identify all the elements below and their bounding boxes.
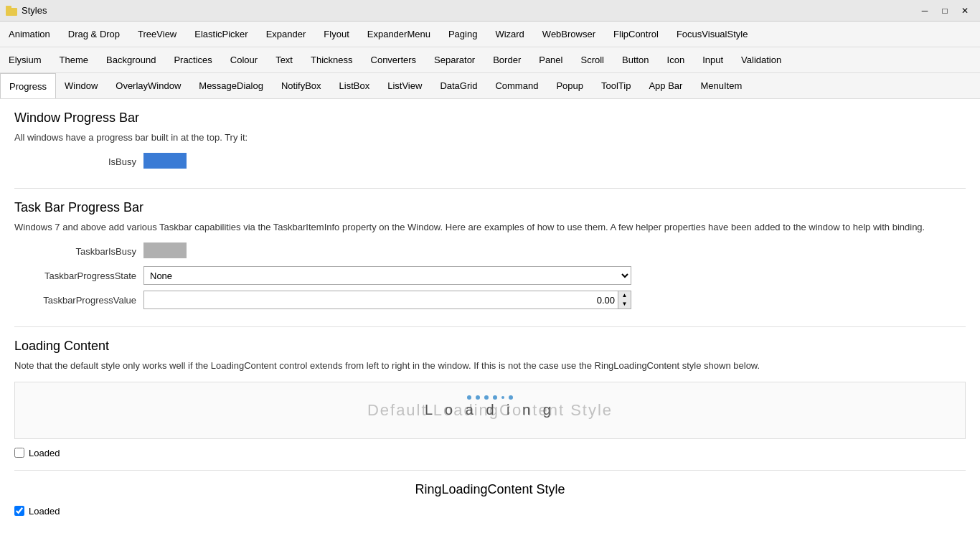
taskbarisbusy-toggle[interactable] xyxy=(143,242,187,258)
taskbarprogressstate-row: TaskbarProgressState NoneNormalPausedErr… xyxy=(14,266,966,285)
nav-item-separator[interactable]: Separator xyxy=(425,47,484,72)
nav-item-animation[interactable]: Animation xyxy=(0,22,60,47)
window-progress-section: Window Progress Bar All windows have a p… xyxy=(14,110,966,171)
taskbarprogressvalue-row: TaskbarProgressValue ▲ ▼ xyxy=(14,291,966,309)
nav-item-thickness[interactable]: Thickness xyxy=(302,47,362,72)
nav-item-appbar[interactable]: App Bar xyxy=(640,73,692,98)
nav-item-dragdrop[interactable]: Drag & Drop xyxy=(60,22,129,47)
loaded-checkbox-row-1: Loaded xyxy=(14,448,966,458)
isbusy-control xyxy=(143,153,631,171)
nav-item-icon[interactable]: Icon xyxy=(659,47,694,72)
nav-item-tooltip[interactable]: ToolTip xyxy=(593,73,640,98)
nav-item-listbox[interactable]: ListBox xyxy=(331,73,380,98)
main-content: Window Progress Bar All windows have a p… xyxy=(0,99,980,551)
taskbarprogressstate-select[interactable]: NoneNormalPausedErrorIndeterminate xyxy=(143,266,631,285)
titlebar-left: Styles xyxy=(6,5,47,16)
nav-item-flyout[interactable]: Flyout xyxy=(315,22,358,47)
nav-row-3: ProgressWindowOverlayWindowMessageDialog… xyxy=(0,73,980,99)
spin-buttons: ▲ ▼ xyxy=(618,291,631,309)
minimize-button[interactable]: ─ xyxy=(915,3,934,19)
nav-item-elasticpicker[interactable]: ElasticPicker xyxy=(186,22,257,47)
taskbarprogressvalue-control: ▲ ▼ xyxy=(143,291,631,309)
loaded-checkbox-row-2: Loaded xyxy=(14,506,966,517)
nav-item-converters[interactable]: Converters xyxy=(362,47,426,72)
loading-content-desc: Note that the default style only works w… xyxy=(14,359,966,372)
nav-item-theme[interactable]: Theme xyxy=(51,47,98,72)
nav-item-window[interactable]: Window xyxy=(56,73,107,98)
nav-item-focusvisualstyle[interactable]: FocusVisualStyle xyxy=(668,22,757,47)
taskbarprogressvalue-input[interactable] xyxy=(144,291,618,309)
loaded-label-1[interactable]: Loaded xyxy=(29,448,60,458)
nav-item-notifybox[interactable]: NotifyBox xyxy=(273,73,331,98)
nav-row-2: ElysiumThemeBackgroundPracticesColourTex… xyxy=(0,47,980,73)
nav-item-validation[interactable]: Validation xyxy=(732,47,791,72)
nav-item-colour[interactable]: Colour xyxy=(222,47,267,72)
nav-item-input[interactable]: Input xyxy=(694,47,732,72)
dot-5 xyxy=(501,396,504,399)
taskbarprogressvalue-wrapper: ▲ ▼ xyxy=(143,291,631,309)
spin-up-button[interactable]: ▲ xyxy=(618,291,631,300)
nav-item-elysium[interactable]: Elysium xyxy=(0,47,51,72)
nav-item-listview[interactable]: ListView xyxy=(379,73,431,98)
taskbarprogressstate-control: NoneNormalPausedErrorIndeterminate xyxy=(143,266,631,285)
nav-item-panel[interactable]: Panel xyxy=(530,47,572,72)
titlebar-controls: ─ □ ✕ xyxy=(915,3,974,19)
folder-icon xyxy=(6,6,17,16)
nav-item-webbrowser[interactable]: WebBrowser xyxy=(534,22,605,47)
taskbar-title: Task Bar Progress Bar xyxy=(14,200,966,215)
ring-loading-title: RingLoadingContent Style xyxy=(14,482,966,497)
loading-content-title: Loading Content xyxy=(14,339,966,354)
divider-1 xyxy=(14,188,966,189)
loading-animated-text: L o a d i n g xyxy=(425,402,555,418)
dot-6 xyxy=(509,395,513,400)
taskbarisbusy-row: TaskbarIsBusy xyxy=(14,242,966,260)
nav-item-datagrid[interactable]: DataGrid xyxy=(431,73,486,98)
dot-2 xyxy=(476,395,480,400)
taskbar-desc: Windows 7 and above add various Taskbar … xyxy=(14,221,966,234)
nav-item-popup[interactable]: Popup xyxy=(547,73,593,98)
isbusy-label: IsBusy xyxy=(14,156,143,167)
nav-item-treeview[interactable]: TreeView xyxy=(129,22,186,47)
taskbarprogressvalue-label: TaskbarProgressValue xyxy=(14,295,143,306)
isbusy-toggle[interactable] xyxy=(143,153,187,169)
titlebar-title: Styles xyxy=(22,5,47,16)
dot-4 xyxy=(493,395,497,400)
nav-row-1: AnimationDrag & DropTreeViewElasticPicke… xyxy=(0,22,980,47)
nav-item-command[interactable]: Command xyxy=(486,73,547,98)
divider-3 xyxy=(14,470,966,471)
nav-item-progress[interactable]: Progress xyxy=(0,73,56,99)
nav-item-flipcontrol[interactable]: FlipControl xyxy=(605,22,668,47)
titlebar: Styles ─ □ ✕ xyxy=(0,0,980,22)
nav-item-messagedialog[interactable]: MessageDialog xyxy=(190,73,273,98)
window-progress-title: Window Progress Bar xyxy=(14,110,966,126)
nav-item-menuitem[interactable]: MenuItem xyxy=(692,73,751,98)
close-button[interactable]: ✕ xyxy=(956,3,974,19)
taskbarprogressstate-label: TaskbarProgressState xyxy=(14,270,143,281)
nav-item-expander[interactable]: Expander xyxy=(258,22,316,47)
taskbar-section: Task Bar Progress Bar Windows 7 and abov… xyxy=(14,200,966,309)
loading-content-section: Loading Content Note that the default st… xyxy=(14,339,966,516)
nav-item-button[interactable]: Button xyxy=(613,47,659,72)
window-progress-desc: All windows have a progress bar built in… xyxy=(14,131,966,144)
nav-item-expandermenu[interactable]: ExpanderMenu xyxy=(359,22,440,47)
spin-down-button[interactable]: ▼ xyxy=(618,300,631,309)
loaded-checkbox-2[interactable] xyxy=(14,506,24,516)
nav-item-paging[interactable]: Paging xyxy=(440,22,486,47)
dot-3 xyxy=(484,395,489,400)
nav-item-background[interactable]: Background xyxy=(98,47,165,72)
nav-item-border[interactable]: Border xyxy=(484,47,530,72)
loaded-checkbox-1[interactable] xyxy=(14,448,24,458)
dot-1 xyxy=(467,395,471,400)
default-loading-area: Default LoadingContent Style L o a d i n… xyxy=(14,382,966,439)
loading-dots xyxy=(467,395,513,400)
taskbarisbusy-label: TaskbarIsBusy xyxy=(14,246,143,257)
loaded-label-2[interactable]: Loaded xyxy=(29,506,60,517)
nav-item-scroll[interactable]: Scroll xyxy=(572,47,613,72)
taskbarisbusy-control xyxy=(143,242,631,260)
restore-button[interactable]: □ xyxy=(936,3,954,19)
nav-item-text[interactable]: Text xyxy=(267,47,302,72)
nav-item-wizard[interactable]: Wizard xyxy=(486,22,533,47)
isbusy-row: IsBusy xyxy=(14,153,966,171)
nav-item-practices[interactable]: Practices xyxy=(165,47,221,72)
nav-item-overlaywindow[interactable]: OverlayWindow xyxy=(107,73,190,98)
